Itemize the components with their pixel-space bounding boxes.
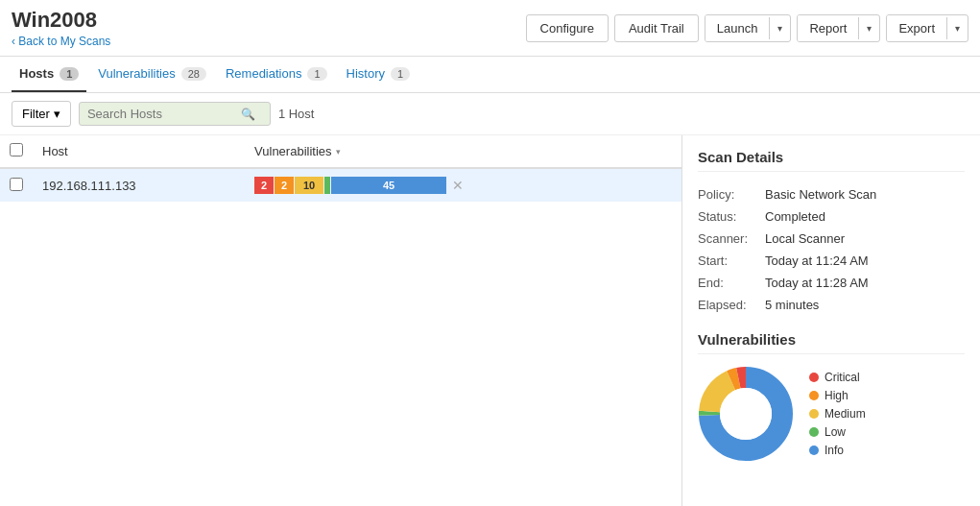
legend-label-low: Low	[825, 425, 846, 439]
detail-row-status: Status: Completed	[698, 205, 965, 228]
search-input[interactable]	[87, 107, 241, 121]
status-value: Completed	[765, 205, 965, 228]
col-host: Host	[33, 135, 245, 168]
legend-info: Info	[809, 444, 866, 457]
col-vulnerabilities: Vulnerabilities ▾	[245, 135, 681, 168]
svg-point-5	[720, 388, 772, 440]
tab-vulnerabilities-count: 28	[181, 67, 206, 81]
elapsed-value: 5 minutes	[765, 294, 965, 316]
detail-row-elapsed: Elapsed: 5 minutes	[698, 294, 965, 316]
launch-button[interactable]: Launch	[705, 15, 770, 41]
report-split-button: Report ▾	[797, 14, 880, 42]
tab-history-label: History	[347, 66, 385, 81]
app-title: Win2008	[12, 8, 97, 33]
header: Win2008 ‹ Back to My Scans Configure Aud…	[0, 0, 980, 57]
col-host-label: Host	[42, 144, 68, 158]
report-dropdown-arrow[interactable]: ▾	[858, 17, 879, 39]
legend-critical: Critical	[809, 371, 866, 384]
table-row[interactable]: 192.168.111.133 2 2 10 45 ✕	[0, 168, 681, 202]
tab-hosts-count: 1	[60, 67, 79, 81]
bar-info: 45	[331, 177, 446, 194]
configure-button[interactable]: Configure	[526, 14, 609, 42]
detail-row-start: Start: Today at 11:24 AM	[698, 250, 965, 272]
start-label: Start:	[698, 250, 765, 272]
audit-trail-button[interactable]: Audit Trail	[614, 14, 699, 42]
legend-dot-high	[809, 391, 819, 400]
legend-label-info: Info	[825, 444, 844, 457]
host-ip: 192.168.111.133	[42, 179, 136, 193]
vuln-legend: Critical High Medium Low	[809, 371, 866, 457]
search-box: 🔍	[79, 102, 271, 126]
vuln-chart-area: Critical High Medium Low	[698, 366, 965, 462]
tab-remediations[interactable]: Remediations 1	[218, 57, 335, 92]
detail-row-end: End: Today at 11:28 AM	[698, 272, 965, 294]
export-button[interactable]: Export	[887, 15, 946, 41]
bar-medium: 10	[295, 177, 323, 194]
col-vuln-label: Vulnerabilities	[254, 144, 331, 158]
legend-label-high: High	[825, 389, 849, 402]
right-panel: Scan Details Policy: Basic Network Scan …	[682, 135, 980, 506]
filter-dropdown-icon: ▾	[54, 107, 60, 121]
toolbar: Filter ▾ 🔍 1 Host	[0, 93, 980, 135]
scanner-value: Local Scanner	[765, 228, 965, 250]
legend-medium: Medium	[809, 407, 866, 421]
vuln-bar: 2 2 10 45	[254, 177, 446, 194]
legend-dot-medium	[809, 409, 819, 419]
scan-details-title: Scan Details	[698, 149, 965, 172]
tab-history-count: 1	[391, 67, 410, 81]
scan-details-table: Policy: Basic Network Scan Status: Compl…	[698, 183, 965, 316]
report-button[interactable]: Report	[798, 15, 858, 41]
tab-vulnerabilities-label: Vulnerabilities	[98, 66, 175, 81]
scanner-label: Scanner:	[698, 228, 765, 250]
elapsed-label: Elapsed:	[698, 294, 765, 316]
tab-history[interactable]: History 1	[339, 57, 418, 92]
start-value: Today at 11:24 AM	[765, 250, 965, 272]
back-link[interactable]: ‹ Back to My Scans	[12, 35, 116, 48]
filter-label: Filter	[22, 107, 50, 121]
tab-hosts[interactable]: Hosts 1	[12, 57, 86, 92]
policy-label: Policy:	[698, 183, 765, 205]
end-value: Today at 11:28 AM	[765, 272, 965, 294]
host-count: 1 Host	[278, 107, 315, 121]
main-content: Host Vulnerabilities ▾ 192.168.111.133	[0, 135, 980, 506]
bar-low	[324, 177, 330, 194]
header-actions: Configure Audit Trail Launch ▾ Report ▾ …	[526, 14, 968, 42]
col-vuln-sort[interactable]: Vulnerabilities ▾	[254, 144, 672, 158]
detail-row-policy: Policy: Basic Network Scan	[698, 183, 965, 205]
end-label: End:	[698, 272, 765, 294]
delete-row-button[interactable]: ✕	[448, 178, 467, 193]
table-area: Host Vulnerabilities ▾ 192.168.111.133	[0, 135, 682, 506]
vuln-section-title: Vulnerabilities	[698, 331, 965, 354]
search-icon: 🔍	[241, 108, 255, 121]
policy-value: Basic Network Scan	[765, 183, 965, 205]
export-split-button: Export ▾	[886, 14, 968, 42]
legend-dot-low	[809, 427, 819, 437]
legend-dot-critical	[809, 373, 819, 382]
status-label: Status:	[698, 205, 765, 228]
sort-icon: ▾	[336, 147, 341, 157]
legend-dot-info	[809, 446, 819, 455]
tab-remediations-label: Remediations	[226, 66, 302, 81]
row-checkbox[interactable]	[10, 178, 23, 191]
vulnerabilities-section: Vulnerabilities	[698, 331, 965, 462]
filter-button[interactable]: Filter ▾	[12, 101, 71, 127]
launch-split-button: Launch ▾	[705, 14, 792, 42]
bar-critical: 2	[254, 177, 274, 194]
legend-label-critical: Critical	[825, 371, 860, 384]
donut-chart	[698, 366, 794, 462]
tab-remediations-count: 1	[307, 67, 326, 81]
detail-row-scanner: Scanner: Local Scanner	[698, 228, 965, 250]
legend-low: Low	[809, 425, 866, 439]
tab-hosts-label: Hosts	[19, 66, 54, 81]
export-dropdown-arrow[interactable]: ▾	[946, 17, 968, 39]
vuln-cell: 2 2 10 45 ✕	[245, 168, 681, 202]
hosts-table: Host Vulnerabilities ▾ 192.168.111.133	[0, 135, 681, 202]
launch-dropdown-arrow[interactable]: ▾	[769, 17, 790, 39]
bar-high: 2	[275, 177, 294, 194]
tabs-bar: Hosts 1 Vulnerabilities 28 Remediations …	[0, 57, 980, 93]
tab-vulnerabilities[interactable]: Vulnerabilities 28	[90, 57, 214, 92]
host-cell: 192.168.111.133	[33, 168, 245, 202]
app-title-area: Win2008 ‹ Back to My Scans	[12, 8, 116, 48]
select-all-checkbox[interactable]	[10, 143, 23, 157]
legend-label-medium: Medium	[825, 407, 866, 421]
